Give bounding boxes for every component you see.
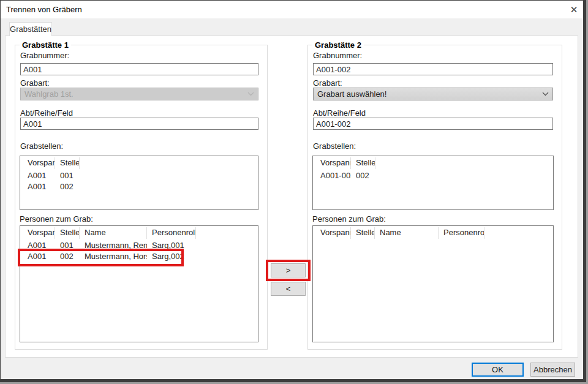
- cell-stelle: 002: [55, 181, 80, 192]
- chevron-down-icon: [542, 92, 549, 96]
- column-header-vorspann[interactable]: Vorspann: [313, 157, 351, 169]
- column-header-vorspann[interactable]: Vorspann: [20, 227, 55, 239]
- tab-label: Grabstätten: [10, 24, 51, 34]
- list-header: Vorspann Stelle: [313, 156, 553, 170]
- cell-stelle: 001: [55, 170, 80, 181]
- list-header: Vorspann Stelle Name Personenrolle: [20, 226, 258, 240]
- group1-personen-label: Personen zum Grab:: [20, 214, 93, 224]
- cell-personenrolle: Sarg,001: [147, 240, 196, 251]
- group2-grabnummer-label: Grabnummer:: [313, 51, 362, 60]
- group1-abt-reihe-feld-label: Abt/Reihe/Feld: [20, 108, 73, 118]
- column-header-vorspann[interactable]: Vorspann: [313, 227, 351, 239]
- group2-grabstellen-label: Grabstellen:: [313, 141, 356, 151]
- cell-personenrolle: Sarg,002: [147, 251, 196, 262]
- group1-abt-reihe-feld-input[interactable]: [20, 118, 258, 130]
- list-header: Vorspann Stelle: [20, 156, 258, 170]
- group2-abt-reihe-feld-label: Abt/Reihe/Feld: [313, 108, 366, 118]
- column-header-filler: [375, 157, 553, 169]
- group2-title: Grabstätte 2: [312, 40, 364, 50]
- table-row[interactable]: A001 001 Mustermann, Renate Sarg,001: [20, 240, 258, 251]
- window-title: Trennen von Gräbern: [6, 1, 82, 18]
- group1-personen-list[interactable]: Vorspann Stelle Name Personenrolle A001 …: [20, 225, 258, 342]
- group2-personen-list[interactable]: Vorspann Stelle Name Personenrolle: [312, 225, 554, 342]
- group1-grabart-combobox: Wahlgrab 1st.: [20, 88, 258, 100]
- group2-grabstellen-list[interactable]: Vorspann Stelle A001-002 002: [312, 156, 554, 210]
- group2-personen-label: Personen zum Grab:: [312, 214, 386, 224]
- cell-vorspann: A001-002: [313, 170, 351, 181]
- cancel-button[interactable]: Abbrechen: [530, 363, 575, 377]
- column-header-personenrolle[interactable]: Personenrolle: [439, 227, 484, 239]
- dialog-window: Trennen von Gräbern ✕ Grabstätten Grabst…: [0, 0, 586, 382]
- move-left-button[interactable]: <: [271, 282, 306, 296]
- table-row-highlighted[interactable]: A001 002 Mustermann, Horst Sarg,002: [20, 251, 258, 262]
- title-bar: Trennen von Gräbern ✕: [1, 1, 583, 18]
- group1-title: Grabstätte 1: [20, 40, 71, 50]
- table-row[interactable]: A001-002 002: [313, 170, 553, 181]
- group2-abt-reihe-feld-input[interactable]: [313, 118, 553, 130]
- column-header-filler: [196, 227, 258, 239]
- group1-grabnummer-label: Grabnummer:: [20, 51, 69, 60]
- column-header-name[interactable]: Name: [375, 227, 439, 239]
- cell-vorspann: A001: [20, 251, 55, 262]
- cell-name: Mustermann, Horst: [80, 251, 147, 262]
- group2-grabnummer-input[interactable]: [313, 63, 553, 75]
- column-header-filler: [80, 157, 258, 169]
- group1-grabnummer-input[interactable]: [20, 63, 258, 75]
- list-header: Vorspann Stelle Name Personenrolle: [313, 226, 553, 240]
- close-icon[interactable]: ✕: [564, 1, 584, 18]
- cell-stelle: 002: [351, 170, 375, 181]
- chevron-down-icon: [247, 92, 254, 96]
- group2-grabart-label: Grabart:: [313, 78, 342, 88]
- group1-grabstellen-list[interactable]: Vorspann Stelle A001 001 A001 002: [20, 156, 258, 210]
- column-header-vorspann[interactable]: Vorspann: [20, 157, 55, 169]
- cell-stelle: 001: [55, 240, 80, 251]
- tab-grabstaetten[interactable]: Grabstätten: [9, 22, 52, 36]
- column-header-filler: [484, 227, 553, 239]
- ok-button[interactable]: OK: [472, 363, 524, 377]
- column-header-stelle[interactable]: Stelle: [55, 227, 80, 239]
- move-right-button[interactable]: >: [271, 263, 306, 277]
- column-header-stelle[interactable]: Stelle: [55, 157, 80, 169]
- group2-grabart-value: Grabart auswählen!: [317, 89, 386, 99]
- group1-grabart-label: Grabart:: [20, 78, 50, 88]
- column-header-name[interactable]: Name: [80, 227, 147, 239]
- table-row[interactable]: A001 002: [20, 181, 258, 192]
- column-header-stelle[interactable]: Stelle: [351, 157, 375, 169]
- group1-grabstellen-label: Grabstellen:: [20, 141, 63, 151]
- cell-vorspann: A001: [20, 181, 55, 192]
- cell-vorspann: A001: [20, 240, 55, 251]
- column-header-stelle[interactable]: Stelle: [351, 227, 375, 239]
- group1-grabart-value: Wahlgrab 1st.: [24, 89, 74, 99]
- table-row[interactable]: A001 001: [20, 170, 258, 181]
- groupbox-grabstaette-2: Grabstätte 2 Grabnummer: Grabart: Grabar…: [307, 45, 562, 350]
- cell-stelle: 002: [55, 251, 80, 262]
- cell-vorspann: A001: [20, 170, 55, 181]
- cell-name: Mustermann, Renate: [80, 240, 147, 251]
- column-header-personenrolle[interactable]: Personenrolle: [147, 227, 196, 239]
- groupbox-grabstaette-1: Grabstätte 1 Grabnummer: Grabart: Wahlgr…: [15, 45, 268, 350]
- group2-grabart-combobox[interactable]: Grabart auswählen!: [313, 88, 553, 100]
